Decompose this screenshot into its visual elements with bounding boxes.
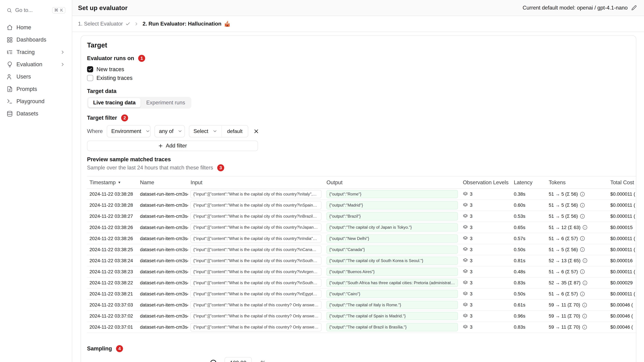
cell-input[interactable]: {"input":[{"content":"What is the capita… xyxy=(190,235,322,243)
table-row[interactable]: 2024-11-22 03:38:28 dataset-run-item-cm3… xyxy=(87,189,636,200)
cell-output[interactable]: {"output":"South Africa has three capita… xyxy=(326,279,458,287)
file-text-icon xyxy=(7,86,13,92)
table-row[interactable]: 2024-11-22 03:38:28 dataset-run-item-cm3… xyxy=(87,200,636,211)
cell-input[interactable]: {"input":[{"content":"What is the capita… xyxy=(190,201,322,209)
info-icon[interactable] xyxy=(582,258,588,263)
cell-input[interactable]: {"input":[{"content":"What is the capita… xyxy=(190,323,322,331)
grid-icon xyxy=(7,37,13,43)
info-icon[interactable] xyxy=(582,225,588,230)
cell-input[interactable]: {"input":[{"content":"What is the capita… xyxy=(190,301,322,309)
filter-where-label: Where xyxy=(87,128,103,134)
col-input[interactable]: Input xyxy=(188,176,324,188)
add-filter-button[interactable]: Add filter xyxy=(87,141,258,151)
filter-column-select[interactable]: Environment xyxy=(107,125,150,137)
cell-input[interactable]: {"input":[{"content":"What is the capita… xyxy=(190,268,322,276)
cell-input[interactable]: {"input":[{"content":"What is the capita… xyxy=(190,223,322,231)
sidebar-item-playground[interactable]: Playground xyxy=(4,95,68,107)
table-row[interactable]: 2024-11-22 03:38:23 dataset-run-item-cm3… xyxy=(87,266,636,277)
col-name[interactable]: Name xyxy=(138,176,188,188)
cell-name: dataset-run-item-cm3s4 xyxy=(140,324,188,330)
cell-observation-levels: 3 xyxy=(463,291,509,297)
cell-latency: 0.65s xyxy=(514,225,526,230)
cell-output[interactable]: {"output":"The capital of Spain is Madri… xyxy=(326,312,458,320)
filter-value-select[interactable]: Select default xyxy=(189,125,248,137)
cell-total-cost: $0.000015 xyxy=(610,225,632,230)
checkbox-checked-icon[interactable] xyxy=(87,66,93,72)
cell-output[interactable]: {"output":"Rome"} xyxy=(326,190,458,198)
sampling-slider[interactable] xyxy=(87,360,216,362)
table-row[interactable]: 2024-11-22 03:38:27 dataset-run-item-cm3… xyxy=(87,211,636,222)
cell-name: dataset-run-item-cm3s4 xyxy=(140,302,188,308)
sidebar-item-datasets[interactable]: Datasets xyxy=(4,108,68,120)
goto-search[interactable]: Go to... ⌘ K xyxy=(4,5,68,16)
table-row[interactable]: 2024-11-22 03:38:21 dataset-run-item-cm3… xyxy=(87,289,636,300)
sidebar-item-evaluation[interactable]: Evaluation xyxy=(4,58,68,70)
tab-live-tracing-data[interactable]: Live tracing data xyxy=(88,98,140,107)
cell-output[interactable]: {"output":"Cairo"} xyxy=(326,290,458,298)
cell-output[interactable]: {"output":"The capital city of Japan is … xyxy=(326,223,458,231)
cell-output[interactable]: {"output":"The capital of Brazil is Bras… xyxy=(326,323,458,331)
info-icon[interactable] xyxy=(582,325,587,330)
col-timestamp[interactable]: Timestamp▼ xyxy=(87,176,138,188)
cell-output[interactable]: {"output":"Canada"} xyxy=(326,246,458,254)
layers-icon xyxy=(463,314,468,319)
col-observation-levels[interactable]: Observation Levels xyxy=(460,176,511,188)
table-row[interactable]: 2024-11-22 03:37:02 dataset-run-item-cm3… xyxy=(87,311,636,322)
layers-icon xyxy=(463,203,468,208)
cell-input[interactable]: {"input":[{"content":"What is the capita… xyxy=(190,290,322,298)
cell-input[interactable]: {"input":[{"content":"What is the capita… xyxy=(190,279,322,287)
cell-timestamp: 2024-11-22 03:38:25 xyxy=(90,247,133,252)
cell-name: dataset-run-item-cm3s4 xyxy=(140,214,188,219)
breadcrumb-step-select-evaluator[interactable]: 1. Select Evaluator xyxy=(78,21,130,27)
table-row[interactable]: 2024-11-22 03:37:01 dataset-run-item-cm3… xyxy=(87,322,636,333)
cell-input[interactable]: {"input":[{"content":"What is the capita… xyxy=(190,246,322,254)
col-total-cost[interactable]: Total Cost xyxy=(608,176,636,188)
cell-output[interactable]: {"output":"The capital city of South Kor… xyxy=(326,257,458,265)
info-icon[interactable] xyxy=(580,247,585,252)
sidebar-item-users[interactable]: Users xyxy=(4,71,68,83)
info-icon[interactable] xyxy=(580,236,585,241)
sampling-percent-input[interactable] xyxy=(224,357,252,362)
sidebar-item-dashboards[interactable]: Dashboards xyxy=(4,34,68,46)
table-row[interactable]: 2024-11-22 03:38:25 dataset-run-item-cm3… xyxy=(87,244,636,255)
checkbox-unchecked-icon[interactable] xyxy=(87,75,93,81)
col-tokens[interactable]: Tokens xyxy=(546,176,608,188)
cell-input[interactable]: {"input":[{"content":"What is the capita… xyxy=(190,257,322,265)
cell-input[interactable]: {"input":[{"content":"What is the capita… xyxy=(190,190,322,198)
info-icon[interactable] xyxy=(582,281,588,285)
cell-latency: 0.96s xyxy=(514,313,526,319)
cell-input[interactable]: {"input":[{"content":"What is the capita… xyxy=(190,212,322,220)
pencil-icon[interactable] xyxy=(632,5,637,10)
cell-observation-levels: 3 xyxy=(463,247,509,252)
info-icon[interactable] xyxy=(580,192,585,197)
info-icon[interactable] xyxy=(580,214,585,219)
table-row[interactable]: 2024-11-22 03:38:26 dataset-run-item-cm3… xyxy=(87,222,636,233)
checkbox-new-traces[interactable]: New traces xyxy=(87,65,636,74)
filter-operator-select[interactable]: any of xyxy=(154,125,185,137)
col-output[interactable]: Output xyxy=(324,176,460,188)
col-latency[interactable]: Latency xyxy=(511,176,546,188)
cell-input[interactable]: {"input":[{"content":"What is the capita… xyxy=(190,312,322,320)
cell-output[interactable]: {"output":"Madrid"} xyxy=(326,201,458,209)
table-row[interactable]: 2024-11-22 03:38:22 dataset-run-item-cm3… xyxy=(87,277,636,289)
cell-output[interactable]: {"output":"Buenos Aires"} xyxy=(326,268,458,276)
info-icon[interactable] xyxy=(580,292,585,297)
checkbox-existing-traces[interactable]: Existing traces xyxy=(87,74,636,82)
sidebar-item-home[interactable]: Home xyxy=(4,21,68,33)
slider-thumb[interactable] xyxy=(210,360,216,362)
table-row[interactable]: 2024-11-22 03:38:24 dataset-run-item-cm3… xyxy=(87,255,636,266)
cell-total-cost: $0.000029 xyxy=(610,280,632,285)
info-icon[interactable] xyxy=(582,303,587,308)
cell-output[interactable]: {"output":"New Delhi"} xyxy=(326,235,458,243)
remove-filter-button[interactable] xyxy=(253,128,259,134)
tab-experiment-runs[interactable]: Experiment runs xyxy=(142,98,190,107)
info-icon[interactable] xyxy=(580,269,585,274)
info-icon[interactable] xyxy=(580,203,585,208)
cell-output[interactable]: {"output":"Brazil"} xyxy=(326,212,458,220)
table-row[interactable]: 2024-11-22 03:38:26 dataset-run-item-cm3… xyxy=(87,233,636,244)
cell-output[interactable]: {"output":"The capital of Italy is Rome.… xyxy=(326,301,458,309)
sidebar-item-tracing[interactable]: Tracing xyxy=(4,46,68,58)
sidebar-item-prompts[interactable]: Prompts xyxy=(4,83,68,95)
info-icon[interactable] xyxy=(582,314,587,319)
table-row[interactable]: 2024-11-22 03:37:03 dataset-run-item-cm3… xyxy=(87,300,636,311)
